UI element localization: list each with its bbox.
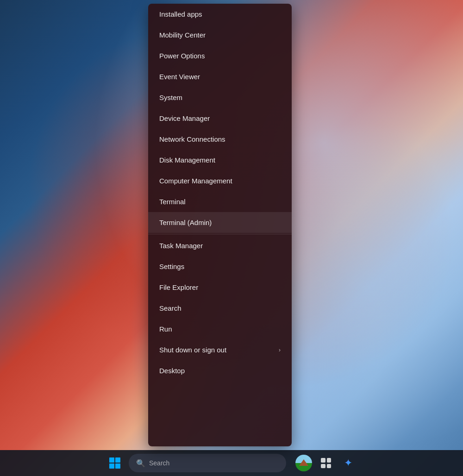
copilot-button[interactable]: ✦ xyxy=(338,453,358,473)
menu-item-system[interactable]: System xyxy=(148,87,292,108)
menu-item-label-computer-management: Computer Management xyxy=(159,177,232,185)
menu-item-label-run: Run xyxy=(159,325,172,333)
menu-item-label-event-viewer: Event Viewer xyxy=(159,73,200,81)
menu-item-shut-down-sign-out[interactable]: Shut down or sign out› xyxy=(148,339,292,360)
menu-item-label-power-options: Power Options xyxy=(159,52,205,60)
menu-item-search[interactable]: Search xyxy=(148,298,292,319)
context-menu: Installed appsMobility CenterPower Optio… xyxy=(148,4,292,446)
menu-item-terminal-admin[interactable]: Terminal (Admin) xyxy=(148,212,292,233)
menu-item-label-task-manager: Task Manager xyxy=(159,242,203,250)
menu-item-power-options[interactable]: Power Options xyxy=(148,45,292,66)
menu-item-settings[interactable]: Settings xyxy=(148,256,292,277)
menu-item-label-desktop: Desktop xyxy=(159,367,185,375)
task-view-button[interactable] xyxy=(316,453,336,473)
menu-item-installed-apps[interactable]: Installed apps xyxy=(148,4,292,25)
menu-item-file-explorer[interactable]: File Explorer xyxy=(148,277,292,298)
menu-item-label-system: System xyxy=(159,94,182,101)
menu-separator xyxy=(148,234,292,234)
start-button[interactable] xyxy=(105,453,125,473)
menu-item-label-terminal-admin: Terminal (Admin) xyxy=(159,219,212,226)
menu-item-label-mobility-center: Mobility Center xyxy=(159,31,206,39)
menu-item-label-file-explorer: File Explorer xyxy=(159,283,198,291)
menu-item-label-settings: Settings xyxy=(159,263,184,270)
menu-item-run[interactable]: Run xyxy=(148,319,292,339)
menu-item-network-connections[interactable]: Network Connections xyxy=(148,129,292,150)
submenu-arrow-shut-down-sign-out: › xyxy=(279,347,281,353)
menu-item-terminal[interactable]: Terminal xyxy=(148,191,292,212)
widgets-button[interactable] xyxy=(294,453,314,473)
menu-item-task-manager[interactable]: Task Manager xyxy=(148,235,292,256)
multitask-icon xyxy=(321,458,331,468)
menu-item-device-manager[interactable]: Device Manager xyxy=(148,108,292,129)
menu-item-label-installed-apps: Installed apps xyxy=(159,10,202,18)
copilot-icon: ✦ xyxy=(344,457,352,469)
taskbar-search-bar[interactable]: 🔍 Search xyxy=(129,454,286,472)
search-icon: 🔍 xyxy=(136,459,145,468)
taskbar-right-icons: ✦ xyxy=(294,453,358,473)
menu-item-label-shut-down-sign-out: Shut down or sign out xyxy=(159,346,226,354)
menu-item-disk-management[interactable]: Disk Management xyxy=(148,150,292,170)
menu-item-mobility-center[interactable]: Mobility Center xyxy=(148,25,292,45)
windows-logo-icon xyxy=(109,457,120,469)
menu-item-desktop[interactable]: Desktop xyxy=(148,360,292,381)
taskbar-center: 🔍 Search ✦ xyxy=(105,453,358,473)
menu-item-label-terminal: Terminal xyxy=(159,198,186,206)
menu-item-label-device-manager: Device Manager xyxy=(159,114,210,122)
taskbar: 🔍 Search ✦ xyxy=(0,450,463,476)
landscape-icon xyxy=(295,455,312,471)
search-label: Search xyxy=(149,459,169,467)
menu-item-label-disk-management: Disk Management xyxy=(159,156,215,164)
menu-item-label-network-connections: Network Connections xyxy=(159,135,225,143)
menu-item-computer-management[interactable]: Computer Management xyxy=(148,170,292,191)
menu-item-event-viewer[interactable]: Event Viewer xyxy=(148,66,292,87)
menu-item-label-search: Search xyxy=(159,304,181,312)
